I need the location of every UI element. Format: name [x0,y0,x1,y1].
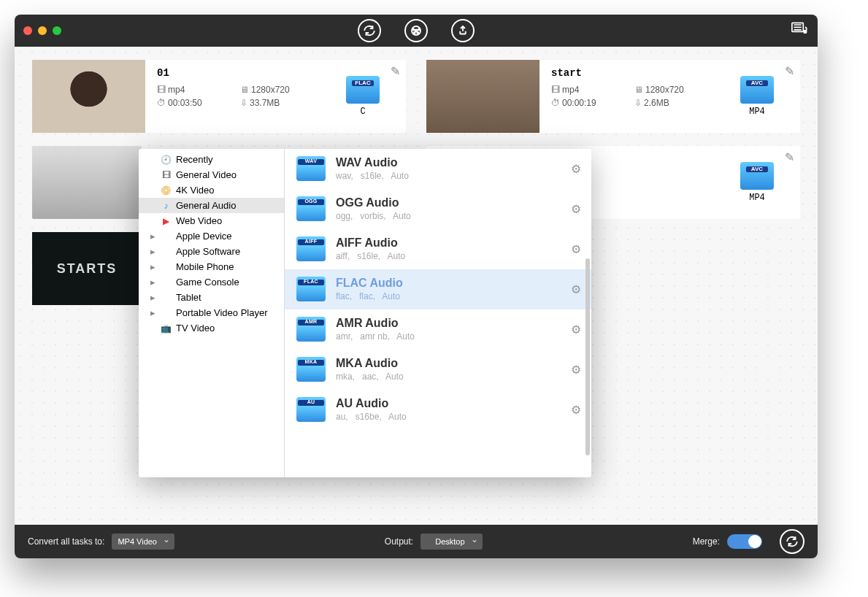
titlebar [15,15,818,47]
svg-point-1 [415,30,418,32]
scrollbar-thumb[interactable] [585,258,590,455]
category-item[interactable]: ▸Apple Device [139,228,284,244]
expand-arrow-icon: ▸ [149,292,156,303]
format-picker-panel: 🕘Recently🎞General Video📀4K Video♪General… [139,149,591,477]
start-convert-button[interactable] [780,529,804,554]
convert-all-label: Convert all tasks to: [28,536,104,547]
edit-tab-icon[interactable] [404,19,428,42]
format-option[interactable]: AIFF Audioaiff, s16le, Auto⚙ [285,229,591,269]
format-details: mka, aac, Auto [336,371,404,382]
edit-task-icon[interactable]: ✎ [785,64,794,78]
merge-toggle[interactable] [727,534,762,549]
format-name: OGG Audio [336,196,411,209]
format-details: aiff, s16le, Auto [336,251,405,261]
format-option[interactable]: FLAC Audioflac, flac, Auto⚙ [285,269,591,309]
category-icon: ♪ [161,201,172,211]
thumbnail[interactable]: STARTS [32,232,142,305]
task-card[interactable]: start mp4 1280x720 00:00:19 2.6MB MP4 ✎ [426,60,800,133]
format-settings-icon[interactable]: ⚙ [571,403,581,417]
thumbnail [426,60,539,133]
category-item[interactable]: ♪General Audio [139,198,284,213]
category-label: Apple Device [176,231,232,242]
format-settings-icon[interactable]: ⚙ [571,242,581,256]
category-item[interactable]: ▶Web Video [139,213,284,228]
category-label: Apple Software [176,246,240,257]
format-icon [296,236,326,261]
task-title: start [551,67,740,79]
task-card[interactable]: 01 mp4 1280x720 00:03:50 33.7MB C ✎ [32,60,406,133]
maximize-window-button[interactable] [53,26,61,35]
format-option[interactable]: WAV Audiowav, s16le, Auto⚙ [285,149,591,189]
category-item[interactable]: ▸Portable Video Player [139,305,284,320]
output-label: Output: [385,536,413,547]
format-settings-icon[interactable]: ⚙ [571,202,581,216]
format-settings-icon[interactable]: ⚙ [571,363,581,377]
merge-label: Merge: [693,536,720,547]
edit-task-icon[interactable]: ✎ [785,150,794,164]
format-icon [296,196,326,221]
format-settings-icon[interactable]: ⚙ [571,162,581,176]
format-icon [296,317,326,342]
category-label: Mobile Phone [176,261,234,272]
category-icon: 📺 [161,323,172,334]
format-option[interactable]: OGG Audioogg, vorbis, Auto⚙ [285,189,591,229]
format-option[interactable]: AMR Audioamr, amr nb, Auto⚙ [285,309,591,350]
format-details: au, s16be, Auto [336,412,407,422]
window-controls [23,26,61,35]
expand-arrow-icon: ▸ [149,277,156,288]
expand-arrow-icon: ▸ [149,246,156,257]
format-label: MP4 [749,107,765,117]
category-item[interactable]: 🕘Recently [139,152,284,167]
category-label: General Audio [176,200,236,211]
category-item[interactable]: ▸Mobile Phone [139,259,284,274]
expand-arrow-icon: ▸ [149,261,156,272]
svg-point-4 [414,32,415,34]
format-option[interactable]: MKA Audiomka, aac, Auto⚙ [285,350,591,390]
format-icon [740,162,774,190]
format-name: MKA Audio [336,357,404,370]
category-item[interactable]: 📀4K Video [139,182,284,198]
format-settings-icon[interactable]: ⚙ [571,282,581,296]
format-details: flac, flac, Auto [336,291,403,301]
category-label: Portable Video Player [176,307,268,318]
category-item[interactable]: 📺TV Video [139,320,284,336]
thumbnail-text: STARTS [57,261,118,277]
format-option[interactable]: AU Audioau, s16be, Auto⚙ [285,390,591,430]
category-label: Game Console [176,277,239,288]
category-item[interactable]: ▸Apple Software [139,244,284,259]
format-name: AMR Audio [336,317,415,330]
format-icon [296,397,326,422]
output-folder-select[interactable]: Desktop [420,534,483,550]
svg-point-3 [418,29,420,31]
format-icon [346,76,380,104]
convert-tab-icon[interactable] [358,19,381,42]
share-tab-icon[interactable] [451,19,475,42]
minimize-window-button[interactable] [38,26,47,35]
edit-task-icon[interactable]: ✎ [391,64,400,78]
category-label: 4K Video [176,185,215,196]
category-item[interactable]: 🎞General Video [139,167,284,182]
playlist-icon[interactable] [791,22,809,40]
content-area: 01 mp4 1280x720 00:03:50 33.7MB C ✎ [15,47,818,525]
category-icon: 🕘 [161,155,172,165]
convert-all-select[interactable]: MP4 Video [112,534,174,550]
format-label: MP4 [749,193,765,203]
format-name: AIFF Audio [336,236,405,250]
format-details: amr, amr nb, Auto [336,331,415,342]
format-settings-icon[interactable]: ⚙ [571,323,581,336]
format-details: wav, s16le, Auto [336,171,409,181]
format-icon [296,277,326,301]
category-icon: 🎞 [161,170,172,180]
category-label: Web Video [176,215,222,226]
format-name: FLAC Audio [336,277,403,290]
category-icon: ▶ [161,216,172,226]
format-label: C [360,107,365,117]
category-item[interactable]: ▸Game Console [139,274,284,290]
thumbnail[interactable] [32,146,142,219]
close-window-button[interactable] [23,26,32,35]
expand-arrow-icon: ▸ [149,307,156,318]
thumbnail [32,60,145,133]
category-item[interactable]: ▸Tablet [139,290,284,305]
task-size: 2.6MB [634,98,740,108]
category-list: 🕘Recently🎞General Video📀4K Video♪General… [139,149,285,477]
